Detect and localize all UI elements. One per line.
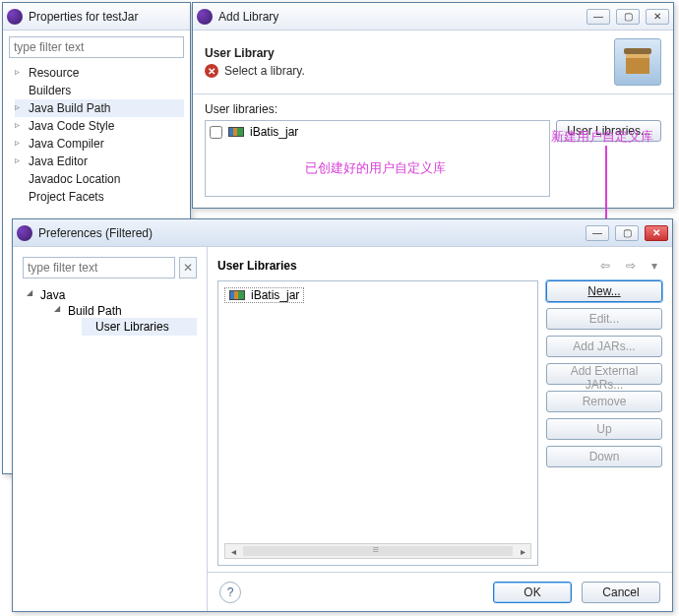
properties-tree-item[interactable]: Resource: [15, 64, 184, 82]
properties-tree-item[interactable]: Javadoc Location: [15, 170, 184, 188]
tree-node-java[interactable]: Java Build Path User Libraries: [27, 286, 197, 339]
remove-button[interactable]: Remove: [546, 391, 662, 412]
up-button[interactable]: Up: [546, 418, 662, 440]
user-libraries-list[interactable]: iBatis_jar: [205, 120, 550, 197]
horizontal-scrollbar[interactable]: ◂ ▸: [224, 543, 531, 559]
add-external-jars-button[interactable]: Add External JARs...: [546, 363, 662, 385]
scroll-thumb[interactable]: [243, 546, 513, 556]
library-jar-icon: [614, 38, 661, 86]
preferences-title: Preferences (Filtered): [38, 226, 586, 240]
annotation-already-created: 已创建好的用户自定义库: [305, 159, 446, 177]
preferences-window: Preferences (Filtered) — ▢ ✕ ✕ Java Buil…: [12, 218, 673, 612]
help-button[interactable]: ?: [219, 582, 241, 603]
add-library-titlebar[interactable]: Add Library — ▢ ✕: [193, 3, 673, 31]
properties-tree-item[interactable]: Java Compiler: [15, 135, 184, 153]
preferences-filter-input[interactable]: [23, 257, 175, 278]
down-button[interactable]: Down: [546, 446, 662, 467]
eclipse-icon: [197, 9, 213, 25]
eclipse-icon: [17, 225, 32, 241]
properties-tree-item[interactable]: Builders: [15, 82, 184, 99]
library-name: iBatis_jar: [251, 288, 299, 302]
properties-tree-item[interactable]: Java Code Style: [15, 117, 184, 135]
list-item[interactable]: iBatis_jar: [210, 125, 545, 139]
annotation-new-userlib: 新建用户自定义库: [551, 128, 653, 146]
close-button[interactable]: ✕: [646, 9, 669, 25]
preferences-tree[interactable]: Java Build Path User Libraries: [23, 286, 197, 339]
cancel-button[interactable]: Cancel: [582, 582, 660, 603]
library-name: iBatis_jar: [250, 125, 298, 139]
nav-history: ⇦ ⇨ ▾: [595, 257, 662, 275]
library-checkbox[interactable]: [210, 126, 222, 139]
nav-menu-icon[interactable]: ▾: [647, 257, 662, 275]
list-item[interactable]: iBatis_jar: [224, 287, 304, 303]
properties-tree-item[interactable]: Java Build Path: [15, 99, 184, 117]
tree-node-user-libraries[interactable]: User Libraries: [82, 318, 197, 336]
close-button[interactable]: ✕: [645, 225, 668, 241]
library-icon: [228, 127, 244, 137]
eclipse-icon: [7, 9, 23, 25]
scroll-right-icon[interactable]: ▸: [515, 544, 530, 558]
new-button[interactable]: New...: [546, 280, 662, 302]
ok-button[interactable]: OK: [493, 582, 572, 603]
properties-tree-item[interactable]: Project Facets: [15, 188, 184, 206]
tree-node-build-path[interactable]: Build Path User Libraries: [54, 302, 197, 338]
banner-error-text: Select a library.: [224, 64, 305, 78]
properties-filter-input[interactable]: [9, 36, 184, 58]
add-jars-button[interactable]: Add JARs...: [546, 336, 662, 357]
defined-libraries-list[interactable]: iBatis_jar ◂ ▸: [217, 280, 538, 566]
banner-title: User Library: [205, 46, 305, 60]
properties-tree-item[interactable]: Java Editor: [15, 153, 184, 170]
library-icon: [229, 290, 245, 300]
properties-title: Properties for testJar: [29, 10, 186, 24]
edit-button[interactable]: Edit...: [546, 308, 662, 330]
nav-fwd-icon[interactable]: ⇨: [621, 257, 641, 275]
minimize-button[interactable]: —: [586, 9, 610, 25]
user-libraries-label: User libraries:: [205, 102, 661, 116]
add-library-window: Add Library — ▢ ✕ User Library ✕ Select …: [192, 2, 674, 209]
minimize-button[interactable]: —: [586, 225, 609, 241]
error-icon: ✕: [205, 64, 218, 78]
add-library-title: Add Library: [218, 10, 586, 24]
scroll-left-icon[interactable]: ◂: [225, 544, 241, 558]
properties-tree[interactable]: ResourceBuildersJava Build PathJava Code…: [9, 64, 184, 206]
clear-filter-button[interactable]: ✕: [179, 257, 197, 278]
svg-rect-0: [624, 48, 651, 54]
maximize-button[interactable]: ▢: [615, 225, 639, 241]
properties-titlebar[interactable]: Properties for testJar: [3, 3, 190, 31]
preferences-titlebar[interactable]: Preferences (Filtered) — ▢ ✕: [13, 219, 672, 247]
add-library-banner: User Library ✕ Select a library.: [193, 31, 673, 94]
page-title: User Libraries: [217, 259, 297, 273]
maximize-button[interactable]: ▢: [616, 9, 640, 25]
nav-back-icon[interactable]: ⇦: [595, 257, 615, 275]
